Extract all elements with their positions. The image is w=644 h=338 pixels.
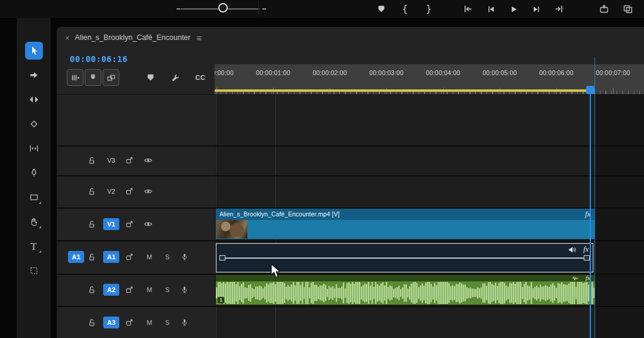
- linked-selection-button[interactable]: [103, 69, 119, 86]
- type-tool[interactable]: T: [25, 237, 43, 255]
- step-forward-button[interactable]: [531, 2, 541, 15]
- razor-tool[interactable]: [25, 115, 43, 133]
- slip-tool[interactable]: [25, 139, 43, 157]
- lock-icon[interactable]: [88, 187, 96, 196]
- zoom-slider-knob[interactable]: [218, 3, 228, 13]
- playhead-handle[interactable]: [586, 86, 595, 94]
- solo-button[interactable]: S: [165, 286, 169, 293]
- mark-out-button[interactable]: }: [423, 2, 434, 15]
- ruler-label: 00:00:05:00: [482, 69, 517, 76]
- mute-button[interactable]: M: [147, 286, 152, 293]
- volume-handle-right[interactable]: [584, 255, 590, 261]
- selection-tool[interactable]: [25, 42, 43, 60]
- lock-icon[interactable]: [88, 156, 96, 165]
- lock-icon[interactable]: [88, 286, 96, 294]
- ruler-label: 00:00:03:00: [369, 69, 404, 76]
- timeline-panel: × Alien_s_Brooklyn_Café_Encounter ≡ 00:0…: [57, 27, 644, 338]
- solo-button[interactable]: S: [165, 319, 169, 326]
- type-tool-glyph: T: [30, 241, 36, 252]
- video-clip-v1[interactable]: Alien_s_Brooklyn_Café_Encounter.mp4 [V] …: [216, 209, 595, 239]
- sync-lock-icon[interactable]: [125, 220, 134, 228]
- mute-button[interactable]: M: [147, 319, 152, 326]
- work-area-bar[interactable]: [215, 89, 595, 92]
- track-target-a2[interactable]: A2: [103, 284, 119, 296]
- track-content-area[interactable]: Alien_s_Brooklyn_Café_Encounter.mp4 [V] …: [215, 95, 644, 338]
- sequence-end-line: [595, 57, 595, 338]
- track-target-v1[interactable]: V1: [103, 218, 119, 230]
- export-frame-icon[interactable]: [599, 2, 609, 15]
- lock-icon[interactable]: [88, 220, 96, 228]
- audio-clip-a2[interactable]: fx 1: [216, 275, 595, 305]
- close-tab-icon[interactable]: ×: [65, 33, 70, 42]
- speaker-icon: [568, 246, 577, 253]
- track-target-a1[interactable]: A1: [103, 251, 119, 263]
- comparison-view-icon[interactable]: [623, 2, 633, 15]
- track-target-v2[interactable]: V2: [103, 185, 119, 197]
- time-ruler[interactable]: 00:00:00:00 00:00:01:00 00:00:02:00 00:0…: [215, 64, 644, 94]
- sync-lock-icon[interactable]: [125, 156, 134, 165]
- a2-waveform: [216, 281, 595, 305]
- panel-menu-icon[interactable]: ≡: [196, 33, 202, 43]
- clip-label: Alien_s_Brooklyn_Café_Encounter.mp4 [V]: [219, 210, 339, 218]
- sync-lock-icon[interactable]: [125, 253, 134, 261]
- pen-tool[interactable]: [25, 164, 43, 182]
- nest-toggle-button[interactable]: [67, 69, 83, 86]
- fx-badge[interactable]: fx: [583, 245, 589, 254]
- mic-icon[interactable]: [181, 318, 188, 327]
- mute-button[interactable]: M: [147, 253, 152, 261]
- sync-lock-icon[interactable]: [125, 318, 134, 327]
- track-header-v2: V2: [57, 175, 215, 207]
- track-target-a3[interactable]: A3: [103, 317, 119, 328]
- premiere-window: { }: [0, 0, 644, 338]
- timeline-add-marker-button[interactable]: [142, 69, 159, 86]
- tools-panel: T: [17, 18, 51, 338]
- source-patch-a1[interactable]: A1: [68, 251, 84, 263]
- crop-tool[interactable]: [25, 262, 43, 280]
- hand-tool[interactable]: [25, 213, 43, 231]
- eye-icon[interactable]: [144, 187, 153, 196]
- audio-clip-a1[interactable]: fx: [216, 243, 593, 272]
- top-bar: { }: [0, 0, 644, 18]
- sync-lock-icon[interactable]: [125, 286, 134, 294]
- track-header-v3: V3: [57, 145, 215, 175]
- rectangle-tool[interactable]: [25, 188, 43, 206]
- step-back-button[interactable]: [485, 2, 496, 15]
- sync-lock-icon[interactable]: [125, 187, 134, 196]
- ruler-label: 00:00:02:00: [312, 69, 347, 76]
- lock-icon[interactable]: [88, 253, 96, 261]
- playhead-timecode[interactable]: 00:00:06:16: [70, 54, 128, 64]
- volume-rubber-band[interactable]: [219, 258, 590, 259]
- clip-thumbnail: [216, 220, 247, 238]
- lock-icon[interactable]: [88, 318, 96, 327]
- mark-out-glyph: }: [426, 4, 431, 14]
- marker-group: { }: [376, 0, 434, 18]
- timeline-tab-title[interactable]: Alien_s_Brooklyn_Café_Encounter: [75, 33, 191, 42]
- ruler-label: 00:00:06:00: [539, 69, 574, 76]
- mark-in-button[interactable]: {: [400, 2, 410, 15]
- play-button[interactable]: [508, 2, 519, 15]
- track-target-v3[interactable]: V3: [103, 154, 119, 166]
- ruler-label: 00:00:00:00: [215, 69, 234, 76]
- eye-icon[interactable]: [144, 156, 153, 165]
- timeline-settings-wrench-button[interactable]: [167, 69, 184, 86]
- go-to-in-button[interactable]: [463, 2, 473, 15]
- export-group: [599, 0, 633, 18]
- mic-icon[interactable]: [181, 286, 188, 294]
- mic-icon[interactable]: [181, 253, 188, 261]
- track-select-forward-tool[interactable]: [25, 66, 43, 84]
- ripple-edit-tool[interactable]: [25, 91, 43, 108]
- panel-divider: [258, 1, 259, 17]
- volume-handle-left[interactable]: [219, 255, 225, 261]
- snap-toggle-button[interactable]: [85, 69, 101, 86]
- clip-title-strip: fx: [216, 275, 595, 281]
- solo-button[interactable]: S: [165, 253, 169, 261]
- playhead-line[interactable]: [590, 94, 591, 338]
- go-to-out-button[interactable]: [553, 2, 564, 15]
- add-marker-button[interactable]: [376, 2, 386, 15]
- track-header-a3: A3 M S: [57, 306, 215, 338]
- captions-button[interactable]: CC: [192, 69, 209, 86]
- beyond-sequence-end-shade: [595, 95, 644, 338]
- channel-badge: 1: [218, 297, 224, 303]
- track-header-v1: V1: [57, 207, 215, 240]
- eye-icon[interactable]: [144, 219, 153, 228]
